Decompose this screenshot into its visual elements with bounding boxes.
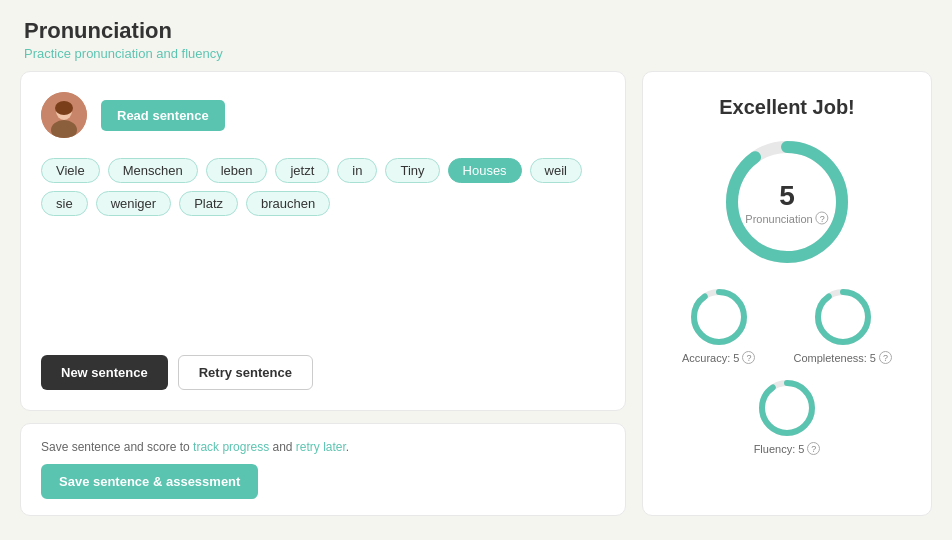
left-panel: Read sentence VieleMenschenlebenjetztinT… xyxy=(20,71,626,516)
word-chip[interactable]: leben xyxy=(206,158,268,183)
page-header: Pronunciation Practice pronunciation and… xyxy=(0,0,952,71)
word-chip[interactable]: sie xyxy=(41,191,88,216)
word-chip[interactable]: weniger xyxy=(96,191,172,216)
sub-scores-top-row: Accuracy: 5 ? Completeness: 5 ? xyxy=(663,287,911,364)
word-chip[interactable]: in xyxy=(337,158,377,183)
sentence-card-header: Read sentence xyxy=(41,92,605,138)
word-chips: VieleMenschenlebenjetztinTinyHousesweils… xyxy=(41,158,605,216)
completeness-score: Completeness: 5 ? xyxy=(793,287,892,364)
word-chip[interactable]: brauchen xyxy=(246,191,330,216)
accuracy-score: Accuracy: 5 ? xyxy=(682,287,755,364)
page-subtitle: Practice pronunciation and fluency xyxy=(24,46,928,61)
svg-point-7 xyxy=(694,292,744,342)
sub-scores: Accuracy: 5 ? Completeness: 5 ? xyxy=(663,287,911,455)
accuracy-label: Accuracy: 5 ? xyxy=(682,351,755,364)
track-progress-link[interactable]: track progress xyxy=(193,440,269,454)
accuracy-help-icon[interactable]: ? xyxy=(742,351,755,364)
main-score-label: Pronunciation ? xyxy=(745,212,828,225)
excellent-title: Excellent Job! xyxy=(719,96,855,119)
read-sentence-button[interactable]: Read sentence xyxy=(101,100,225,131)
svg-point-3 xyxy=(55,101,73,115)
page-title: Pronunciation xyxy=(24,18,928,44)
main-score-number: 5 xyxy=(745,180,828,212)
sub-scores-bottom-row: Fluency: 5 ? xyxy=(663,378,911,455)
sentence-card-footer: New sentence Retry sentence xyxy=(41,355,605,390)
completeness-label: Completeness: 5 ? xyxy=(793,351,892,364)
fluency-score: Fluency: 5 ? xyxy=(754,378,821,455)
word-chip[interactable]: Houses xyxy=(448,158,522,183)
subtitle-link: pronunciation and fluency xyxy=(75,46,223,61)
subtitle-plain: Practice xyxy=(24,46,75,61)
save-text-middle: and xyxy=(269,440,296,454)
score-panel: Excellent Job! 5 Pronunciation ? xyxy=(642,71,932,516)
save-assessment-button[interactable]: Save sentence & assessment xyxy=(41,464,258,499)
save-card: Save sentence and score to track progres… xyxy=(20,423,626,516)
fluency-help-icon[interactable]: ? xyxy=(807,442,820,455)
retry-later-link[interactable]: retry later xyxy=(296,440,346,454)
completeness-help-icon[interactable]: ? xyxy=(879,351,892,364)
word-chip[interactable]: Tiny xyxy=(385,158,439,183)
avatar xyxy=(41,92,87,138)
fluency-ring xyxy=(757,378,817,438)
completeness-ring xyxy=(813,287,873,347)
save-text-plain: Save sentence and score to xyxy=(41,440,193,454)
new-sentence-button[interactable]: New sentence xyxy=(41,355,168,390)
svg-point-11 xyxy=(762,383,812,433)
word-chip[interactable]: jetzt xyxy=(275,158,329,183)
word-chip[interactable]: Platz xyxy=(179,191,238,216)
pronunciation-help-icon[interactable]: ? xyxy=(816,212,829,225)
word-chip[interactable]: Viele xyxy=(41,158,100,183)
svg-point-9 xyxy=(818,292,868,342)
accuracy-ring xyxy=(689,287,749,347)
sentence-card: Read sentence VieleMenschenlebenjetztinT… xyxy=(20,71,626,411)
main-score-ring: 5 Pronunciation ? xyxy=(722,137,852,267)
main-layout: Read sentence VieleMenschenlebenjetztinT… xyxy=(0,71,952,536)
main-score-center: 5 Pronunciation ? xyxy=(745,180,828,225)
save-text-end: . xyxy=(346,440,349,454)
word-chip[interactable]: weil xyxy=(530,158,582,183)
word-chip[interactable]: Menschen xyxy=(108,158,198,183)
fluency-label: Fluency: 5 ? xyxy=(754,442,821,455)
retry-sentence-button[interactable]: Retry sentence xyxy=(178,355,313,390)
save-card-text: Save sentence and score to track progres… xyxy=(41,440,605,454)
